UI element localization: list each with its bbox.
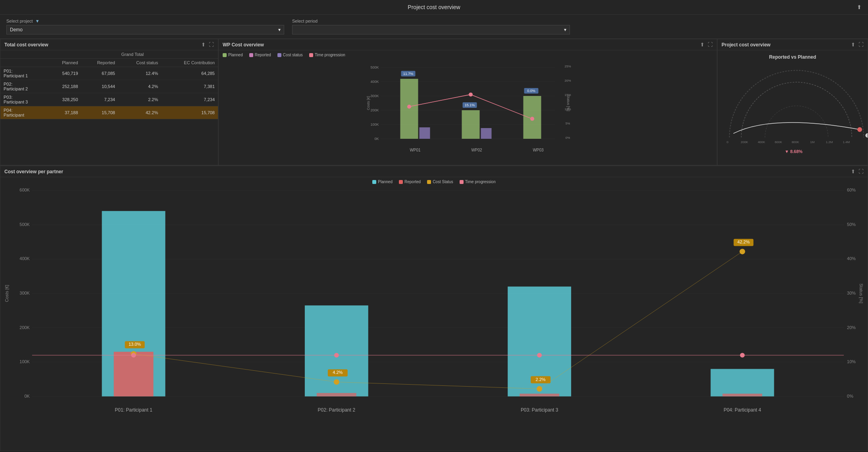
- svg-text:Status [%]: Status [%]: [566, 95, 570, 111]
- row-label: P01: Participant 1: [0, 67, 47, 80]
- col-cost-status: Cost status: [118, 59, 161, 67]
- svg-text:10%: 10%: [847, 359, 856, 364]
- share-icon[interactable]: ⬆: [201, 42, 206, 48]
- svg-text:42.2%: 42.2%: [737, 239, 750, 244]
- cost-table: Grand Total Planned Reported Cost status…: [0, 50, 218, 119]
- svg-text:200K: 200K: [741, 140, 748, 144]
- project-filter-label: Select project ▼: [6, 19, 284, 23]
- row-cost-status: 12.4%: [118, 67, 161, 80]
- row-planned: 37,188: [47, 106, 81, 119]
- period-filter-group: Select period ▾: [292, 19, 570, 34]
- row-label: P02: Participant 2: [0, 80, 47, 93]
- bottom-chart: 0K100K200K300K400K500K600K60%50%40%30%20…: [0, 186, 868, 416]
- row-reported: 67,085: [81, 67, 118, 80]
- svg-text:4.2%: 4.2%: [333, 370, 343, 375]
- legend-item: Time progression: [309, 53, 345, 57]
- svg-rect-88: [520, 394, 559, 396]
- row-ec: 7,381: [161, 80, 218, 93]
- svg-rect-94: [710, 369, 774, 396]
- main-content: Total cost overview ⬆ ⛶ Grand Total: [0, 39, 868, 451]
- expand-icon-bottom[interactable]: ⛶: [858, 169, 864, 174]
- svg-text:800K: 800K: [792, 140, 799, 144]
- row-reported: 10,544: [81, 80, 118, 93]
- project-cost-panel: Project cost overview ⬆ ⛶ Reported vs Pl…: [717, 39, 868, 165]
- svg-point-48: [866, 134, 868, 138]
- svg-text:400K: 400K: [370, 80, 379, 84]
- svg-text:1.4M: 1.4M: [843, 140, 850, 144]
- row-ec: 64,285: [161, 67, 218, 80]
- row-planned: 540,719: [47, 67, 81, 80]
- chevron-down-icon-period: ▾: [564, 27, 566, 33]
- legend-item: Cost status: [277, 53, 303, 57]
- svg-text:0.0%: 0.0%: [527, 89, 535, 93]
- bottom-panel-title: Cost overview per partner: [4, 169, 63, 174]
- svg-text:500K: 500K: [370, 65, 379, 69]
- svg-text:600K: 600K: [775, 140, 782, 144]
- svg-point-34: [530, 117, 534, 121]
- wp-chart: 0K100K200K300K400K500K25%20%15%10%5%0%Co…: [219, 59, 717, 155]
- svg-text:400K: 400K: [758, 140, 765, 144]
- project-select[interactable]: Demo ▾: [6, 25, 284, 34]
- svg-text:P04: Participant 4: P04: Participant 4: [724, 407, 761, 413]
- grand-total-header: Grand Total: [47, 50, 218, 59]
- svg-text:0: 0: [727, 140, 729, 144]
- expand-icon[interactable]: ⛶: [209, 42, 214, 48]
- svg-text:600K: 600K: [19, 188, 30, 192]
- project-cost-panel-title: Project cost overview: [722, 42, 770, 48]
- svg-rect-95: [722, 394, 762, 396]
- svg-text:200K: 200K: [370, 108, 379, 112]
- row-ec: 7,234: [161, 93, 218, 106]
- svg-text:20%: 20%: [847, 325, 856, 330]
- expand-icon-wp[interactable]: ⛶: [708, 42, 713, 48]
- svg-text:15.1%: 15.1%: [465, 103, 475, 107]
- filter-icon[interactable]: ▼: [35, 19, 40, 23]
- row-cost-status: 42.2%: [118, 106, 161, 119]
- svg-text:400K: 400K: [19, 256, 30, 261]
- svg-text:13.0%: 13.0%: [129, 342, 141, 347]
- svg-text:40%: 40%: [847, 256, 856, 261]
- legend-item: Planned: [372, 180, 393, 184]
- svg-text:25%: 25%: [564, 65, 571, 68]
- total-cost-panel: Total cost overview ⬆ ⛶ Grand Total: [0, 39, 218, 165]
- expand-icon-proj[interactable]: ⛶: [858, 42, 864, 48]
- wp-legend: PlannedReportedCost statusTime progressi…: [219, 50, 717, 59]
- svg-text:WP03: WP03: [533, 148, 544, 152]
- svg-rect-20: [400, 79, 418, 139]
- project-cost-chart: Reported vs Planned0200K400K600K800K1M1.…: [718, 50, 868, 157]
- row-reported: 15,708: [81, 106, 118, 119]
- table-wrapper: Grand Total Planned Reported Cost status…: [0, 50, 218, 119]
- chevron-down-icon: ▾: [278, 27, 281, 33]
- svg-text:0%: 0%: [566, 136, 570, 140]
- row-cost-status: 2.2%: [118, 93, 161, 106]
- row-cost-status: 4.2%: [118, 80, 161, 93]
- total-cost-panel-icons: ⬆ ⛶: [201, 42, 214, 48]
- row-ec: 15,708: [161, 106, 218, 119]
- wp-cost-panel: WP Cost overview ⬆ ⛶ PlannedReportedCost…: [218, 39, 717, 165]
- svg-rect-21: [420, 127, 430, 139]
- svg-text:Reported vs Planned: Reported vs Planned: [769, 54, 816, 60]
- total-cost-panel-title: Total cost overview: [4, 42, 48, 48]
- share-icon-bottom[interactable]: ⬆: [851, 169, 855, 174]
- row-label: P03: Participant 3: [0, 93, 47, 106]
- share-icon-proj[interactable]: ⬆: [851, 42, 855, 48]
- svg-rect-27: [481, 128, 492, 139]
- share-icon-top[interactable]: ⬆: [857, 4, 862, 10]
- period-filter-label: Select period: [292, 19, 570, 23]
- legend-item: Planned: [223, 53, 243, 57]
- svg-text:Costs [€]: Costs [€]: [366, 96, 370, 110]
- period-select[interactable]: ▾: [292, 25, 570, 34]
- svg-text:P02: Participant 2: P02: Participant 2: [318, 407, 356, 413]
- wp-cost-panel-icons: ⬆ ⛶: [700, 42, 713, 48]
- wp-cost-panel-title: WP Cost overview: [223, 42, 264, 48]
- svg-rect-81: [317, 393, 356, 396]
- top-panels: Total cost overview ⬆ ⛶ Grand Total: [0, 39, 868, 166]
- share-icon-wp[interactable]: ⬆: [700, 42, 704, 48]
- project-filter-group: Select project ▼ Demo ▾: [6, 19, 284, 34]
- legend-item: Reported: [399, 180, 421, 184]
- table-row: P01: Participant 1 540,719 67,085 12.4% …: [0, 67, 218, 80]
- row-planned: 252,188: [47, 80, 81, 93]
- legend-item: Reported: [249, 53, 271, 57]
- svg-text:30%: 30%: [847, 291, 856, 295]
- svg-text:200K: 200K: [19, 325, 30, 330]
- bottom-panel-icons: ⬆ ⛶: [851, 169, 864, 174]
